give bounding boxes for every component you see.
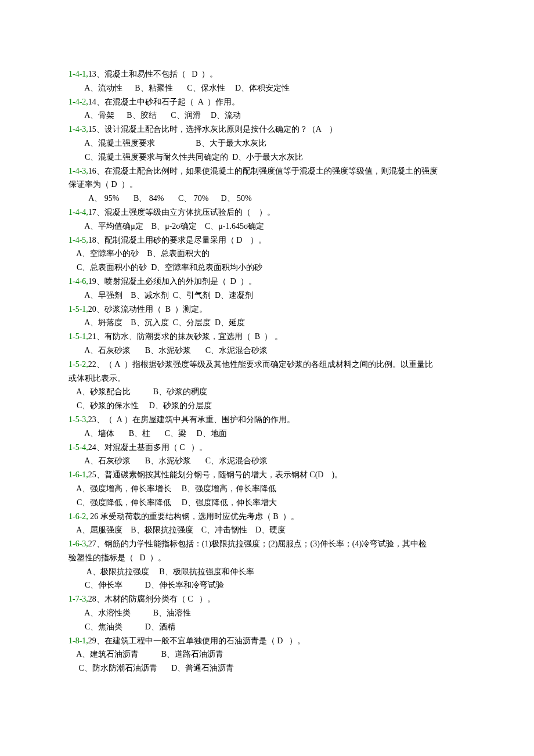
question-code: 1-5-2, [68,360,88,369]
line-text: A、空隙率小的砂 B、总表面积大的 [68,249,210,258]
text-line: 1-7-3,28、木材的防腐剂分类有（ C ）。 [68,592,466,606]
line-text: C、砂浆的保水性 D、砂浆的分层度 [68,401,212,410]
text-line: 1-6-1,25、普通碳素钢按其性能划分钢号，随钢号的增大，表示钢材 C(D )… [68,468,466,482]
text-line: A、平均值确μ定 B、μ-2σ确定 C、μ-1.645σ确定 [68,219,466,233]
text-line: A、流动性 B、粘聚性 C、保水性 D、体积安定性 [68,81,466,95]
text-line: 保证率为（ D ）。 [68,178,466,192]
text-line: A、墙体 B、柱 C、梁 D、地面 [68,427,466,441]
line-text: A、墙体 B、柱 C、梁 D、地面 [68,429,227,438]
line-text: 21、有防水、防潮要求的抹灰砂浆，宜选用（ B ） 。 [88,332,283,341]
document-page: 1-4-1,13、混凝土和易性不包括（ D ）。 A、流动性 B、粘聚性 C、保… [0,0,534,699]
question-code: 1-5-4, [68,443,88,452]
text-line: 1-4-2,14、在混凝土中砂和石子起（ A ）作用。 [68,95,466,109]
question-code: 1-4-3, [68,125,88,134]
line-text: 29、在建筑工程中一般不宜单独使用的石油沥青是（ D ）。 [88,636,305,645]
line-text: 验塑性的指标是（ D ）。 [68,553,166,562]
text-line: A、石灰砂浆 B、水泥砂浆 C、水泥混合砂浆 [68,454,466,468]
line-text: A、流动性 B、粘聚性 C、保水性 D、体积安定性 [68,84,290,92]
line-text: A、骨架 B、胶结 C、润滑 D、流动 [68,111,241,120]
text-line: A、建筑石油沥青 B、道路石油沥青 [68,647,466,661]
text-line: C、伸长率 D、伸长率和冷弯试验 [68,578,466,592]
question-code: 1-5-1, [68,305,88,314]
text-line: A、 95% B、 84% C、 70% D、 50% [68,192,466,206]
line-text: 27、钢筋的力学性能指标包括：(1)极限抗拉强度；(2)屈服点；(3)伸长率；(… [88,539,427,548]
line-text: A、强度增高，伸长率增长 B、强度增高，伸长率降低 [68,484,276,493]
text-line: 1-5-4,24、对混凝土基面多用（ C ）。 [68,441,466,455]
question-code: 1-4-3, [68,167,88,175]
question-code: 1-4-4, [68,208,88,217]
content-block: 1-4-1,13、混凝土和易性不包括（ D ）。 A、流动性 B、粘聚性 C、保… [68,67,466,675]
line-text: C、总表面积小的砂 D、空隙率和总表面积均小的砂 [68,263,262,272]
text-line: C、总表面积小的砂 D、空隙率和总表面积均小的砂 [68,261,466,275]
line-text: 16、在混凝土配合比例时，如果使混凝土的配制强度值等于混凝土的强度等级值，则混凝… [88,167,438,175]
question-code: 1-5-3, [68,415,88,424]
text-line: C、焦油类 D、酒精 [68,620,466,634]
question-code: 1-5-1, [68,332,88,341]
text-line: A、强度增高，伸长率增长 B、强度增高，伸长率降低 [68,482,466,496]
text-line: C、混凝土强度要求与耐久性共同确定的 D、小于最大水灰比 [68,150,466,164]
line-text: A、屈服强度 B、极限抗拉强度 C、冲击韧性 D、硬度 [68,525,286,534]
text-line: A、屈服强度 B、极限抗拉强度 C、冲击韧性 D、硬度 [68,523,466,537]
line-text: 28、木材的防腐剂分类有（ C ）。 [88,595,215,603]
question-code: 1-6-1, [68,470,88,479]
text-line: 1-4-1,13、混凝土和易性不包括（ D ）。 [68,67,466,81]
line-text: C、焦油类 D、酒精 [68,622,175,631]
text-line: C、防水防潮石油沥青 D、普通石油沥青 [68,661,466,675]
line-text: 13、混凝土和易性不包括（ D ）。 [88,70,218,78]
text-line: A、混凝土强度要求 B、大于最大水灰比 [68,136,466,150]
text-line: 1-6-3,27、钢筋的力学性能指标包括：(1)极限抗拉强度；(2)屈服点；(3… [68,537,466,551]
line-text: A、平均值确μ定 B、μ-2σ确定 C、μ-1.645σ确定 [68,222,264,231]
line-text: 22、（ A ）指根据砂浆强度等级及其他性能要求而确定砂浆的各组成材料之间的比例… [88,360,433,369]
text-line: 1-4-6,19、喷射混凝土必须加入的外加剂是（ D ）。 [68,275,466,289]
text-line: A、早强剂 B、减水剂 C、引气剂 D、速凝剂 [68,289,466,303]
text-line: 1-4-4,17、混凝土强度等级由立方体抗压试验后的（ ）。 [68,206,466,219]
line-text: C、混凝土强度要求与耐久性共同确定的 D、小于最大水灰比 [68,153,303,161]
line-text: A、砂浆配合比 B、砂浆的稠度 [68,387,207,396]
text-line: 1-8-1,29、在建筑工程中一般不宜单独使用的石油沥青是（ D ）。 [68,634,466,648]
line-text: 20、砂浆流动性用（ B ）测定。 [88,305,207,314]
text-line: A、石灰砂浆 B、水泥砂浆 C、水泥混合砂浆 [68,344,466,358]
text-line: 1-5-1,21、有防水、防潮要求的抹灰砂浆，宜选用（ B ） 。 [68,330,466,344]
text-line: A、极限抗拉强度 B、极限抗拉强度和伸长率 [68,565,466,579]
text-line: 1-5-1,20、砂浆流动性用（ B ）测定。 [68,303,466,316]
question-code: 1-4-6, [68,277,88,286]
line-text: A、早强剂 B、减水剂 C、引气剂 D、速凝剂 [68,291,253,300]
question-code: 1-6-2, [68,512,88,521]
question-code: 1-4-5, [68,236,88,244]
text-line: 1-4-3,15、设计混凝土配合比时，选择水灰比原则是按什么确定的？（A ） [68,123,466,136]
text-line: 验塑性的指标是（ D ）。 [68,551,466,565]
line-text: 15、设计混凝土配合比时，选择水灰比原则是按什么确定的？（A ） [88,125,337,134]
question-code: 1-4-1, [68,70,88,78]
line-text: 23、（ A ）在房屋建筑中具有承重、围护和分隔的作用。 [88,415,295,424]
text-line: 1-5-2,22、（ A ）指根据砂浆强度等级及其他性能要求而确定砂浆的各组成材… [68,358,466,372]
line-text: A、 95% B、 84% C、 70% D、 50% [68,194,252,203]
question-code: 1-6-3, [68,539,88,548]
question-code: 1-4-2, [68,98,88,106]
line-text: A、水溶性类 B、油溶性 [68,609,191,617]
line-text: 18、配制混凝土用砂的要求是尽量采用（ D ）。 [88,236,267,244]
text-line: 或体积比表示。 [68,372,466,386]
line-text: 保证率为（ D ）。 [68,180,138,189]
line-text: 25、普通碳素钢按其性能划分钢号，随钢号的增大，表示钢材 C(D )。 [88,470,342,479]
line-text: C、防水防潮石油沥青 D、普通石油沥青 [68,664,234,672]
line-text: A、坍落度 B、沉入度 C、分层度 D、延度 [68,318,245,327]
text-line: 1-4-5,18、配制混凝土用砂的要求是尽量采用（ D ）。 [68,233,466,247]
line-text: A、石灰砂浆 B、水泥砂浆 C、水泥混合砂浆 [68,456,268,465]
text-line: A、砂浆配合比 B、砂浆的稠度 [68,385,466,399]
question-code: 1-8-1, [68,636,88,645]
line-text: 14、在混凝土中砂和石子起（ A ）作用。 [88,98,240,106]
text-line: A、水溶性类 B、油溶性 [68,606,466,620]
text-line: A、空隙率小的砂 B、总表面积大的 [68,247,466,261]
text-line: 1-4-3,16、在混凝土配合比例时，如果使混凝土的配制强度值等于混凝土的强度等… [68,164,466,178]
line-text: 24、对混凝土基面多用（ C ）。 [88,443,207,452]
text-line: C、强度降低，伸长率降低 D、强度降低，伸长率增大 [68,496,466,510]
text-line: A、骨架 B、胶结 C、润滑 D、流动 [68,109,466,123]
text-line: A、坍落度 B、沉入度 C、分层度 D、延度 [68,316,466,330]
line-text: 26 承受动荷载的重要结构钢，选用时应优先考虑（ B ）。 [88,512,299,521]
line-text: 17、混凝土强度等级由立方体抗压试验后的（ ）。 [88,208,275,217]
line-text: 或体积比表示。 [68,374,125,383]
line-text: C、强度降低，伸长率降低 D、强度降低，伸长率增大 [68,498,277,507]
line-text: C、伸长率 D、伸长率和冷弯试验 [68,581,224,589]
line-text: A、混凝土强度要求 B、大于最大水灰比 [68,139,266,147]
line-text: 19、喷射混凝土必须加入的外加剂是（ D ）。 [88,277,257,286]
